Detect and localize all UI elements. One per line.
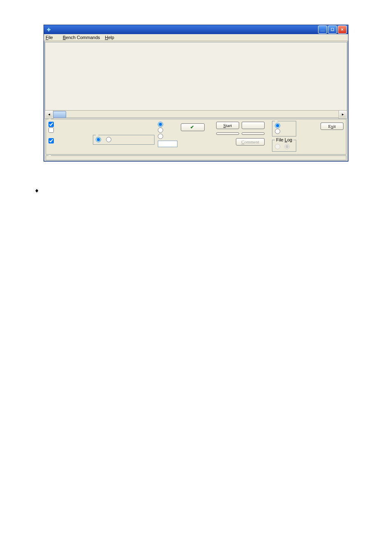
maximize-button[interactable]: ☐ — [328, 25, 337, 34]
settings-group: ✔ Start Comment — [46, 119, 346, 155]
check-icon: ✔ — [190, 125, 194, 130]
stats-meanstd-radio[interactable] — [158, 133, 178, 139]
log-off-radio[interactable] — [284, 143, 291, 149]
start-button[interactable]: Start — [216, 122, 239, 129]
scroll-track[interactable] — [66, 111, 339, 118]
time-stamp-checkbox[interactable] — [48, 121, 90, 127]
freon-mode-group — [93, 135, 154, 145]
horizontal-scrollbar[interactable]: ◄ ► — [45, 110, 347, 118]
active-1316-group — [46, 155, 346, 160]
titlebar[interactable]: ✚ __ ☐ ✕ — [44, 25, 348, 34]
stats-none-radio[interactable] — [158, 121, 178, 127]
samples-input[interactable] — [158, 141, 178, 147]
freon1-radio[interactable] — [96, 136, 102, 142]
log-on-radio[interactable] — [275, 143, 281, 149]
relative-time-checkbox[interactable] — [48, 127, 90, 133]
gas-conc-checkbox[interactable] — [48, 138, 90, 143]
menubar: File Bench Commands Help — [44, 34, 348, 41]
exit-button[interactable]: Exit — [321, 123, 344, 130]
stop-button[interactable] — [216, 132, 239, 135]
menu-help[interactable]: Help — [105, 35, 114, 40]
comment-button[interactable]: Comment — [236, 138, 265, 146]
freon2-radio[interactable] — [106, 136, 113, 142]
menu-bench-commands[interactable]: Bench Commands — [63, 35, 100, 40]
data-grid: ◄ ► — [45, 42, 347, 118]
scroll-right-icon[interactable]: ► — [339, 111, 347, 118]
scroll-left-icon[interactable]: ◄ — [45, 111, 53, 118]
file-log-legend: File Log — [275, 137, 293, 142]
clear-button[interactable] — [242, 132, 265, 135]
file-log-group: File Log — [272, 137, 296, 152]
ok-button[interactable]: ✔ — [181, 123, 205, 131]
zero-button[interactable] — [242, 122, 265, 129]
application-window: ✚ __ ☐ ✕ File Bench Commands Help ◄ ► — [44, 25, 348, 162]
menu-file[interactable]: File — [46, 35, 53, 40]
zero-group — [272, 121, 296, 136]
app-icon: ✚ — [45, 26, 52, 33]
zero-manual-radio[interactable] — [275, 129, 293, 134]
grid-body — [45, 42, 347, 110]
zero-auto-radio[interactable] — [275, 123, 293, 128]
minimize-button[interactable]: __ — [318, 25, 327, 34]
close-button[interactable]: ✕ — [338, 25, 347, 34]
scroll-thumb[interactable] — [53, 111, 66, 118]
stats-mean-radio[interactable] — [158, 127, 178, 133]
